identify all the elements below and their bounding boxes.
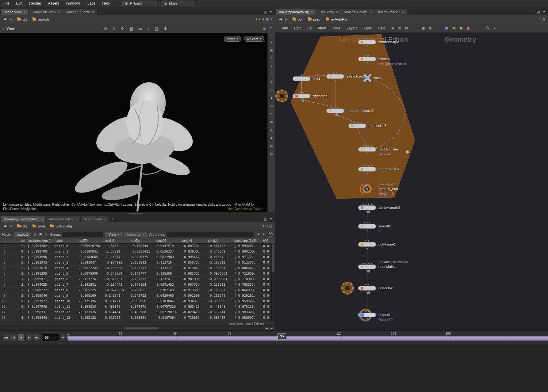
node-transformpieces1[interactable]: transformpieces1 <box>326 108 344 113</box>
pane-layout-icon[interactable]: ▤ <box>263 217 266 221</box>
table-row[interactable]: 72,[ 0.994635,point_7-0.143801-0.1944420… <box>0 282 275 288</box>
scrollbar-thumb[interactable] <box>124 327 158 329</box>
table-row[interactable]: 61,[ 0.999971,point_6-0.123776-0.3738070… <box>0 277 275 282</box>
node-body[interactable] <box>348 124 366 128</box>
pane-menu-icon[interactable]: ▾ <box>543 10 545 13</box>
node-output0[interactable]: output0Output #0 <box>358 313 376 318</box>
scene-viewport[interactable]: Persp ▾ No cam ▾ Left mouse tumbles. Mid… <box>0 33 267 212</box>
connector-dot[interactable] <box>366 38 368 39</box>
node-rigdoctor1[interactable]: rigdoctor1 <box>358 286 376 291</box>
dropdown-icon[interactable]: ▾ <box>263 224 264 228</box>
netmenu-go[interactable]: Go <box>304 26 315 30</box>
close-icon[interactable]: × <box>104 217 105 221</box>
node-body[interactable] <box>358 167 376 172</box>
table-row[interactable]: 25,[ 0.994996,point_2-0.0184685-1.118470… <box>0 255 275 260</box>
current-frame-marker[interactable]: 95 <box>278 333 286 339</box>
connector-dot[interactable] <box>368 284 369 285</box>
dropdown-icon[interactable]: ▾ <box>255 17 257 21</box>
path-segment-uvautorig[interactable]: uvAutoRig <box>324 17 349 22</box>
jump-to-operator-icon[interactable]: ↦ <box>265 224 268 228</box>
new-tab-button[interactable]: + <box>407 9 415 15</box>
gem-icon[interactable]: ◆ <box>270 136 273 139</box>
table-row[interactable]: 35,[ 0.982943,point_3-0.043047-0.9249980… <box>0 260 275 266</box>
follow-network-icon[interactable]: ◎ <box>542 17 546 21</box>
network-editor[interactable]: Non-Commercial Edition Geometry connecti… <box>275 32 548 330</box>
node-body[interactable] <box>358 205 376 210</box>
view-pivot-icon[interactable]: ○ <box>270 56 273 60</box>
node-connectivity2[interactable]: connectivity2 <box>358 40 376 45</box>
connector-dot[interactable] <box>362 145 364 147</box>
column-header-transform-3x3[interactable]: transform (3x3) <box>233 238 262 243</box>
node-body[interactable] <box>326 108 344 113</box>
menu-file[interactable]: File <box>0 1 13 6</box>
connector-dot[interactable] <box>336 72 337 74</box>
scroll-left-icon[interactable]: ◀ <box>264 326 269 330</box>
tab-tree-view[interactable]: Tree View× <box>316 9 341 15</box>
pane-link-icon[interactable]: ▣ <box>445 27 448 30</box>
connector-dot[interactable] <box>364 38 365 39</box>
path-segment-obj[interactable]: obj <box>15 17 29 22</box>
desktop-selector[interactable]: ⊞ P_build ↕ <box>122 1 157 6</box>
forward-icon[interactable]: ▶ <box>9 224 13 228</box>
connector-dot[interactable] <box>357 122 358 123</box>
node-body[interactable] <box>293 94 310 98</box>
node-attribwrangle6[interactable]: attribwrangle6 <box>358 205 376 210</box>
column-header-rest-2[interactable]: rest[2] <box>129 238 155 243</box>
display-sliders-icon[interactable]: ≣ <box>263 27 266 30</box>
diamond-display-icon[interactable]: ◇ <box>270 88 273 92</box>
tab-scene-view[interactable]: Scene View× <box>81 216 108 222</box>
tab-asset-browser[interactable]: Asset Browser× <box>375 9 406 15</box>
path-segment-obj[interactable]: obj <box>15 224 29 229</box>
close-icon[interactable]: × <box>336 10 338 14</box>
notes-icon[interactable]: ▤ <box>405 27 408 30</box>
back-icon[interactable]: ◀ <box>2 17 7 21</box>
node-body[interactable] <box>326 74 344 79</box>
close-icon[interactable]: × <box>92 10 94 14</box>
stop-button[interactable]: ■ <box>18 334 25 341</box>
search-icon[interactable] <box>486 26 489 30</box>
node-body[interactable] <box>358 147 376 152</box>
lighting-icon[interactable]: ◐ <box>270 64 273 68</box>
column-header-localtransform[interactable]: localtransform ( <box>26 238 53 243</box>
cube-icon[interactable]: ▣ <box>266 17 269 21</box>
network-snapshot-icon[interactable]: ● <box>259 17 261 21</box>
timeline-track[interactable] <box>68 336 548 341</box>
display-options-icon[interactable]: ✱ <box>164 27 167 31</box>
texture-icon[interactable]: ▧ <box>270 144 273 147</box>
view-tool-icon[interactable]: ⟲ <box>104 27 107 31</box>
output-connector[interactable] <box>366 248 368 249</box>
back-icon[interactable]: ◀ <box>278 17 283 21</box>
table-row[interactable]: 19,[ 0.999709,point_1-0.0180931-1.27291-… <box>0 249 275 255</box>
connector-dot[interactable] <box>365 284 366 285</box>
new-tab-button[interactable]: + <box>97 9 105 15</box>
tab-motion-fx-view[interactable]: Motion FX View× <box>63 9 97 15</box>
forward-icon[interactable]: ▶ <box>9 17 13 21</box>
pin-node-icon[interactable]: ◎ <box>34 233 37 236</box>
connector-dot[interactable] <box>302 92 304 93</box>
output-connector[interactable] <box>366 318 368 319</box>
connector-dot[interactable] <box>368 311 369 312</box>
jump-to-end-button[interactable]: ▶▶| <box>33 334 40 341</box>
view-dropdown[interactable]: View▾ <box>105 232 122 237</box>
headlight-icon[interactable]: ⌂ <box>270 72 273 76</box>
tools-icon[interactable]: ✱ <box>391 27 394 30</box>
timeline-ruler[interactable]: 124487212014416895 <box>68 331 548 345</box>
connector-dot[interactable] <box>368 55 369 56</box>
connector-dot[interactable] <box>301 74 302 76</box>
netmenu-view[interactable]: View <box>315 26 329 30</box>
new-tab-button[interactable]: + <box>109 216 117 222</box>
node-body[interactable] <box>358 286 376 291</box>
tab-geometry-spreadsheet[interactable]: Geometry Spreadsheet× <box>1 216 45 222</box>
menu-windows[interactable]: Windows <box>62 1 84 6</box>
netmenu-layout[interactable]: Layout <box>343 26 361 30</box>
node-body[interactable] <box>358 265 376 269</box>
node-attribtransfer[interactable]: attribtransferpiece rest <box>358 147 376 152</box>
selection-mode-icon[interactable]: ▦ <box>129 27 133 31</box>
pane-layout-icon[interactable]: ▤ <box>263 10 266 13</box>
menu-help[interactable]: Help <box>99 1 113 6</box>
path-segment-prep[interactable]: prep <box>306 17 322 22</box>
divider-thumb[interactable] <box>129 213 143 214</box>
node-smooth1[interactable]: smooth1P <box>358 224 376 229</box>
connector-dot[interactable] <box>362 204 364 205</box>
close-icon[interactable]: × <box>76 217 78 221</box>
